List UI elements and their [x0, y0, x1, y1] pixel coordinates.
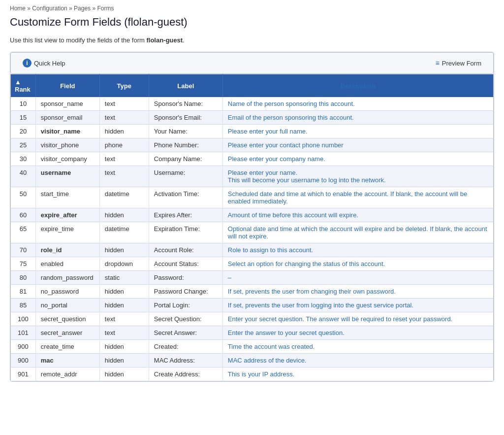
cell-rank: 70	[11, 243, 36, 257]
cell-description: Select an option for changing the status…	[222, 257, 493, 271]
table-row[interactable]: 85no_portalhiddenPortal Login:If set, pr…	[11, 299, 494, 312]
cell-rank: 900	[11, 354, 36, 368]
info-icon: i	[23, 59, 32, 67]
cell-field: expire_time	[35, 222, 99, 243]
cell-label: Username:	[149, 166, 222, 187]
cell-rank: 65	[11, 222, 36, 243]
cell-field: username	[35, 166, 99, 187]
cell-type: text	[99, 111, 149, 125]
cell-description: MAC address of the device.	[222, 354, 493, 368]
cell-field: role_id	[35, 243, 99, 257]
cell-description: Please enter your company name.	[222, 152, 493, 166]
form-fields-container: i Quick Help ≡ Preview Form ▲ Rank Field…	[10, 52, 494, 382]
preview-form-button[interactable]: ≡ Preview Form	[432, 57, 485, 69]
table-row[interactable]: 40usernametextUsername:Please enter your…	[11, 166, 494, 187]
cell-type: text	[99, 152, 149, 166]
cell-type: datetime	[99, 222, 149, 243]
description-text: Use this list view to modify the fields …	[10, 36, 494, 44]
cell-description: Please enter your full name.	[222, 125, 493, 138]
col-header-field[interactable]: Field	[35, 74, 99, 98]
cell-field: no_portal	[35, 299, 99, 312]
cell-label: Expiration Time:	[149, 222, 222, 243]
cell-label: Secret Answer:	[149, 326, 222, 340]
cell-label: Your Name:	[149, 125, 222, 138]
preview-icon: ≡	[436, 59, 440, 67]
cell-rank: 10	[11, 97, 36, 111]
table-row[interactable]: 901remote_addrhiddenCreate Address:This …	[11, 368, 494, 381]
cell-rank: 85	[11, 299, 36, 312]
cell-rank: 75	[11, 257, 36, 271]
cell-description: Enter your secret question. The answer w…	[222, 312, 493, 326]
table-row[interactable]: 15sponsor_emailtextSponsor's Email:Email…	[11, 111, 494, 125]
cell-field: secret_answer	[35, 326, 99, 340]
cell-description: –	[222, 271, 493, 285]
table-row[interactable]: 101secret_answertextSecret Answer:Enter …	[11, 326, 494, 340]
table-row[interactable]: 60expire_afterhiddenExpires After:Amount…	[11, 208, 494, 222]
col-header-type[interactable]: Type	[99, 74, 149, 98]
cell-type: text	[99, 97, 149, 111]
cell-label: Expires After:	[149, 208, 222, 222]
cell-description: Email of the person sponsoring this acco…	[222, 111, 493, 125]
table-row[interactable]: 80random_passwordstaticPassword:–	[11, 271, 494, 285]
cell-type: phone	[99, 138, 149, 152]
cell-description: Enter the answer to your secret question…	[222, 326, 493, 340]
form-fields-table: ▲ Rank Field Type Label Description 10sp…	[10, 74, 494, 381]
table-row[interactable]: 75enableddropdownAccount Status:Select a…	[11, 257, 494, 271]
cell-label: MAC Address:	[149, 354, 222, 368]
cell-field: start_time	[35, 187, 99, 208]
cell-field: visitor_name	[35, 125, 99, 138]
cell-description: Please enter your name.This will become …	[222, 166, 493, 187]
cell-field: visitor_phone	[35, 138, 99, 152]
cell-description: Role to assign to this account.	[222, 243, 493, 257]
cell-type: text	[99, 326, 149, 340]
table-row[interactable]: 900create_timehiddenCreated:Time the acc…	[11, 340, 494, 354]
cell-type: hidden	[99, 243, 149, 257]
cell-rank: 100	[11, 312, 36, 326]
cell-label: Create Address:	[149, 368, 222, 381]
table-row[interactable]: 50start_timedatetimeActivation Time:Sche…	[11, 187, 494, 208]
table-row[interactable]: 81no_passwordhiddenPassword Change:If se…	[11, 285, 494, 299]
cell-field: visitor_company	[35, 152, 99, 166]
table-row[interactable]: 70role_idhiddenAccount Role:Role to assi…	[11, 243, 494, 257]
table-row[interactable]: 65expire_timedatetimeExpiration Time:Opt…	[11, 222, 494, 243]
cell-type: hidden	[99, 208, 149, 222]
breadcrumb-text: Home » Configuration » Pages » Forms	[10, 5, 114, 12]
cell-rank: 30	[11, 152, 36, 166]
cell-description: This is your IP address.	[222, 368, 493, 381]
col-header-label[interactable]: Label	[149, 74, 222, 98]
cell-description: Scheduled date and time at which to enab…	[222, 187, 493, 208]
cell-label: Password:	[149, 271, 222, 285]
cell-field: mac	[35, 354, 99, 368]
cell-field: sponsor_name	[35, 97, 99, 111]
table-row[interactable]: 900machiddenMAC Address:MAC address of t…	[11, 354, 494, 368]
cell-field: secret_question	[35, 312, 99, 326]
cell-description: Time the account was created.	[222, 340, 493, 354]
cell-field: sponsor_email	[35, 111, 99, 125]
form-name: flolan-guest	[146, 36, 183, 44]
cell-description: If set, prevents the user from changing …	[222, 285, 493, 299]
cell-label: Portal Login:	[149, 299, 222, 312]
cell-rank: 901	[11, 368, 36, 381]
cell-label: Account Status:	[149, 257, 222, 271]
table-row[interactable]: 25visitor_phonephonePhone Number:Please …	[11, 138, 494, 152]
cell-type: hidden	[99, 354, 149, 368]
table-row[interactable]: 100secret_questiontextSecret Question:En…	[11, 312, 494, 326]
quick-help-button[interactable]: i Quick Help	[19, 57, 69, 69]
cell-type: hidden	[99, 299, 149, 312]
col-header-description[interactable]: Description	[222, 74, 493, 98]
cell-rank: 25	[11, 138, 36, 152]
cell-description: Optional date and time at which the acco…	[222, 222, 493, 243]
cell-rank: 900	[11, 340, 36, 354]
col-header-rank[interactable]: ▲ Rank	[11, 74, 36, 98]
table-header-row: ▲ Rank Field Type Label Description	[11, 74, 494, 98]
cell-rank: 15	[11, 111, 36, 125]
table-row[interactable]: 30visitor_companytextCompany Name:Please…	[11, 152, 494, 166]
cell-rank: 101	[11, 326, 36, 340]
cell-label: Activation Time:	[149, 187, 222, 208]
cell-field: no_password	[35, 285, 99, 299]
table-row[interactable]: 10sponsor_nametextSponsor's Name:Name of…	[11, 97, 494, 111]
cell-label: Phone Number:	[149, 138, 222, 152]
table-row[interactable]: 20visitor_namehiddenYour Name:Please ent…	[11, 125, 494, 138]
cell-rank: 40	[11, 166, 36, 187]
cell-type: hidden	[99, 125, 149, 138]
